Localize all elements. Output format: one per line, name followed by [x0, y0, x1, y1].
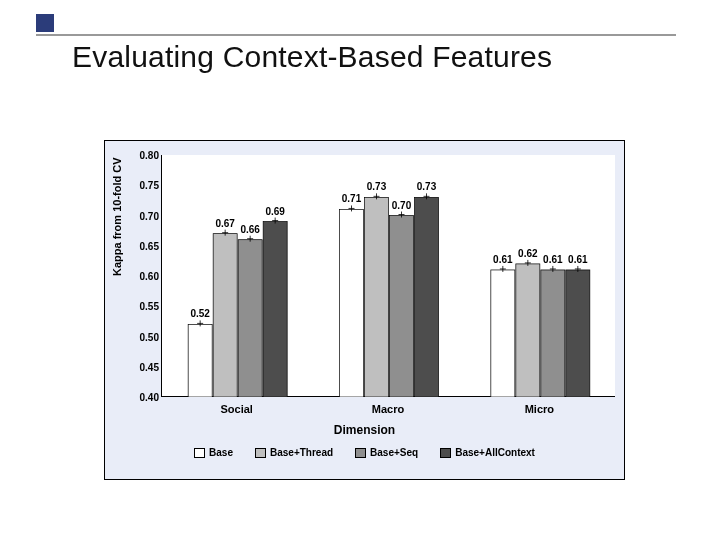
svg-text:0.66: 0.66	[240, 224, 260, 235]
chart-svg: 0.520.670.660.690.710.730.700.730.610.62…	[162, 155, 616, 397]
legend-label: Base+Thread	[270, 447, 333, 458]
svg-rect-9	[188, 324, 212, 397]
svg-text:0.69: 0.69	[265, 206, 285, 217]
svg-text:0.62: 0.62	[518, 248, 538, 259]
legend-item: Base+Seq	[355, 447, 418, 458]
legend-item: Base+Thread	[255, 447, 333, 458]
svg-text:0.70: 0.70	[392, 200, 412, 211]
svg-rect-25	[340, 209, 364, 397]
svg-rect-49	[541, 270, 565, 397]
legend: BaseBase+ThreadBase+SeqBase+AllContext	[105, 447, 624, 458]
y-tick-label: 0.80	[119, 150, 159, 161]
x-axis-title: Dimension	[105, 423, 624, 437]
y-tick-label: 0.75	[119, 180, 159, 191]
y-tick-label: 0.65	[119, 240, 159, 251]
svg-rect-41	[491, 270, 515, 397]
legend-label: Base	[209, 447, 233, 458]
svg-rect-53	[566, 270, 590, 397]
svg-rect-17	[238, 240, 262, 397]
category-label: Micro	[489, 403, 589, 415]
svg-text:0.52: 0.52	[190, 308, 210, 319]
chart-frame: Kappa from 10-fold CV 0.520.670.660.690.…	[104, 140, 625, 480]
y-tick-label: 0.40	[119, 392, 159, 403]
legend-item: Base+AllContext	[440, 447, 535, 458]
svg-text:0.71: 0.71	[342, 193, 362, 204]
category-label: Social	[187, 403, 287, 415]
plot-area: 0.520.670.660.690.710.730.700.730.610.62…	[161, 155, 615, 397]
svg-rect-33	[390, 216, 414, 398]
y-tick-label: 0.70	[119, 210, 159, 221]
legend-swatch	[355, 448, 366, 458]
legend-swatch	[255, 448, 266, 458]
y-tick-label: 0.60	[119, 271, 159, 282]
legend-swatch	[194, 448, 205, 458]
svg-text:0.61: 0.61	[493, 254, 513, 265]
legend-label: Base+Seq	[370, 447, 418, 458]
category-label: Macro	[338, 403, 438, 415]
slide-title: Evaluating Context-Based Features	[72, 40, 552, 74]
svg-rect-29	[365, 197, 389, 397]
svg-rect-21	[263, 222, 287, 397]
slide-bullet	[36, 14, 54, 32]
svg-text:0.61: 0.61	[543, 254, 563, 265]
svg-rect-13	[213, 234, 237, 397]
svg-text:0.61: 0.61	[568, 254, 588, 265]
svg-text:0.73: 0.73	[417, 181, 437, 192]
svg-rect-45	[516, 264, 540, 397]
svg-text:0.73: 0.73	[367, 181, 387, 192]
y-tick-label: 0.45	[119, 361, 159, 372]
legend-item: Base	[194, 447, 233, 458]
y-tick-label: 0.50	[119, 331, 159, 342]
legend-label: Base+AllContext	[455, 447, 535, 458]
legend-swatch	[440, 448, 451, 458]
y-tick-label: 0.55	[119, 301, 159, 312]
svg-rect-37	[415, 197, 439, 397]
svg-text:0.67: 0.67	[215, 218, 235, 229]
